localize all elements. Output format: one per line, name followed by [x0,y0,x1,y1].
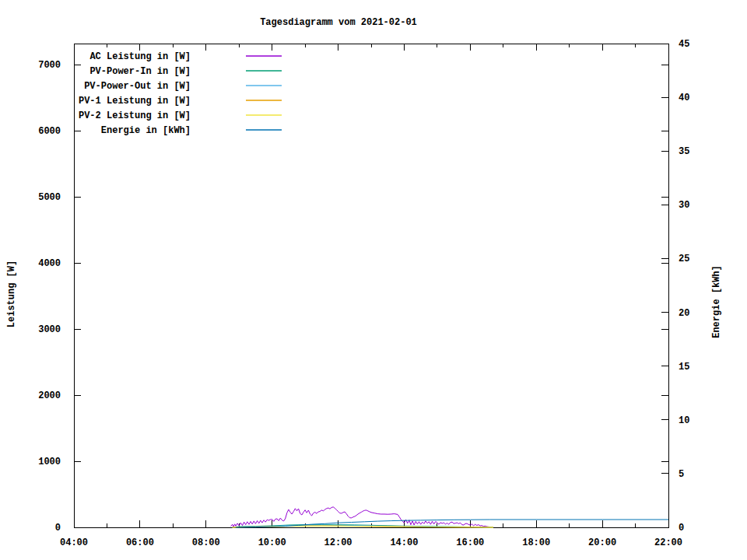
y-right-tick-label: 30 [679,200,689,211]
y-left-tick-label: 3000 [38,324,61,335]
y-right-tick-label: 40 [679,93,689,103]
y-left-tick-label: 6000 [38,126,61,137]
y-right-tick-label: 35 [679,146,689,157]
legend-label: PV-Power-In in [W] [89,66,191,77]
y-left-tick-label: 4000 [38,258,61,269]
y-right-tick-label: 15 [679,362,689,373]
x-tick-label: 10:00 [258,537,286,548]
y-left-tick-label: 7000 [38,60,61,71]
x-tick-label: 14:00 [390,537,418,548]
legend-label: PV-1 Leistung in [W] [79,96,191,107]
y-right-tick-label: 25 [679,254,689,264]
legend-label: Energie in [kWh] [101,125,191,136]
y-right-tick-label: 45 [679,39,689,50]
x-tick-label: 22:00 [654,537,682,548]
y-left-tick-label: 5000 [38,192,61,203]
legend-label: PV-Power-Out in [W] [84,81,191,92]
y-left-axis-label: Leistung [W] [6,261,17,327]
y-right-axis-label: Energie [kWh] [711,265,722,338]
chart-canvas: Tagesdiagramm vom 2021-02-01 Leistung [W… [0,0,747,560]
x-tick-label: 18:00 [522,537,550,548]
x-tick-label: 06:00 [126,537,154,548]
legend-label: AC Leistung in [W] [89,51,191,62]
x-tick-label: 04:00 [60,537,88,548]
y-left-tick-label: 1000 [38,457,61,467]
y-left-tick-label: 2000 [38,390,61,401]
legend-label: PV-2 Leistung in [W] [79,110,191,121]
y-right-tick-label: 0 [679,523,684,534]
y-right-tick-label: 20 [679,308,689,319]
y-right-tick-label: 5 [679,469,684,480]
x-tick-label: 08:00 [192,537,220,548]
chart-title: Tagesdiagramm vom 2021-02-01 [260,17,417,28]
y-left-tick-label: 0 [55,523,61,534]
x-tick-label: 12:00 [324,537,352,548]
x-tick-label: 20:00 [588,537,616,548]
x-tick-label: 16:00 [456,537,484,548]
y-right-tick-label: 10 [679,415,689,426]
